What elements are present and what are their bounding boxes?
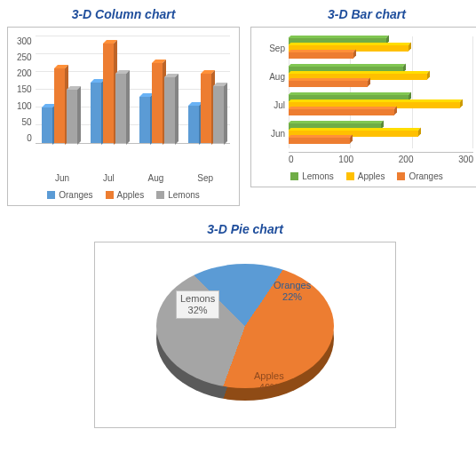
bar-ylabel: Jul bbox=[260, 100, 289, 110]
pie-label-name: Lemons bbox=[180, 293, 215, 304]
pie-label-apples: Apples 46% bbox=[254, 370, 284, 393]
pie-chart-title: 3-D Pie chart bbox=[94, 222, 396, 236]
legend-label: Apples bbox=[117, 190, 145, 200]
bar-plot-area: Sep Aug bbox=[260, 36, 473, 164]
pie-label-name: Apples bbox=[254, 370, 284, 381]
bar-chart-block: 3-D Bar chart Sep bbox=[250, 7, 476, 206]
pie-label-name: Oranges bbox=[274, 280, 311, 290]
ytick: 0 bbox=[17, 133, 32, 143]
column-y-axis: 300 250 200 150 100 50 0 bbox=[17, 36, 36, 143]
column-group-jul bbox=[91, 44, 126, 143]
xlabel: Sep bbox=[197, 173, 213, 183]
swatch-icon bbox=[290, 172, 298, 180]
gridline bbox=[36, 36, 230, 36]
hbar-oranges bbox=[289, 109, 394, 115]
bar-track bbox=[289, 36, 473, 60]
pie-label-pct: 46% bbox=[259, 382, 279, 393]
column-plot bbox=[36, 36, 230, 144]
bar-lemons bbox=[67, 90, 77, 143]
column-chart-block: 3-D Column chart 300 250 200 150 100 50 … bbox=[7, 7, 240, 206]
legend-item-oranges: Oranges bbox=[47, 190, 92, 200]
legend-item-lemons: Lemons bbox=[156, 190, 200, 200]
bar-chart-title: 3-D Bar chart bbox=[250, 7, 476, 21]
xtick: 0 bbox=[289, 155, 294, 164]
bar-apples bbox=[103, 44, 114, 143]
bar-lemons bbox=[164, 77, 175, 143]
pie-label-pct: 22% bbox=[282, 291, 302, 302]
bar-oranges bbox=[188, 106, 199, 143]
bar-oranges bbox=[91, 83, 101, 143]
top-row: 3-D Column chart 300 250 200 150 100 50 … bbox=[7, 7, 476, 206]
bar-chart-box: Sep Aug bbox=[250, 27, 476, 187]
hbar-oranges bbox=[289, 52, 353, 59]
bar-apples bbox=[54, 68, 65, 143]
hbar-oranges bbox=[289, 138, 350, 144]
xtick: 100 bbox=[338, 155, 353, 164]
swatch-icon bbox=[47, 191, 55, 199]
pie-plot: Lemons 32% Oranges 22% Apples 46% bbox=[130, 255, 361, 415]
ytick: 200 bbox=[17, 68, 32, 78]
bar-oranges bbox=[139, 97, 150, 143]
bar-row-jul: Jul bbox=[260, 93, 473, 116]
legend-label: Lemons bbox=[302, 171, 334, 181]
bar-legend: Lemons Apples Oranges bbox=[260, 171, 473, 181]
pie-label-lemons: Lemons 32% bbox=[176, 290, 219, 319]
pie-label-oranges: Oranges 22% bbox=[274, 280, 311, 303]
xlabel: Jul bbox=[103, 173, 115, 183]
bar-row-aug: Aug bbox=[260, 65, 473, 88]
column-legend: Oranges Apples Lemons bbox=[17, 190, 230, 200]
bar-lemons bbox=[213, 86, 224, 143]
column-group-jun bbox=[42, 68, 77, 143]
column-group-aug bbox=[139, 63, 175, 143]
bar-ylabel: Sep bbox=[260, 44, 289, 53]
ytick: 250 bbox=[17, 52, 32, 62]
legend-item-apples: Apples bbox=[106, 190, 145, 200]
legend-item-lemons: Lemons bbox=[290, 171, 334, 181]
bar-apples bbox=[152, 63, 163, 143]
swatch-icon bbox=[397, 172, 405, 180]
ytick: 50 bbox=[17, 117, 32, 127]
legend-label: Oranges bbox=[409, 171, 442, 181]
bar-apples bbox=[201, 74, 211, 143]
legend-item-apples: Apples bbox=[346, 171, 385, 181]
swatch-icon bbox=[156, 191, 164, 199]
column-chart-title: 3-D Column chart bbox=[7, 7, 240, 21]
bar-oranges bbox=[42, 107, 52, 143]
bar-lemons bbox=[115, 74, 126, 143]
legend-item-oranges: Oranges bbox=[397, 171, 442, 181]
gridline bbox=[36, 53, 230, 54]
legend-label: Apples bbox=[358, 171, 385, 181]
bar-row-sep: Sep bbox=[260, 36, 473, 60]
xlabel: Jun bbox=[55, 173, 69, 183]
bar-track bbox=[289, 122, 473, 145]
bar-ylabel: Jun bbox=[260, 129, 289, 139]
swatch-icon bbox=[346, 172, 354, 180]
column-group-sep bbox=[188, 74, 224, 143]
bar-track bbox=[289, 65, 473, 88]
ytick: 300 bbox=[17, 36, 32, 46]
bar-track bbox=[289, 93, 473, 116]
hbar-oranges bbox=[289, 81, 368, 87]
legend-label: Lemons bbox=[168, 190, 200, 200]
bar-rows: Sep Aug bbox=[260, 36, 473, 148]
column-chart-box: 300 250 200 150 100 50 0 bbox=[7, 27, 240, 206]
legend-label: Oranges bbox=[59, 190, 92, 200]
pie-label-pct: 32% bbox=[188, 305, 208, 315]
ytick: 150 bbox=[17, 84, 32, 94]
column-plot-area: 300 250 200 150 100 50 0 bbox=[17, 36, 230, 170]
swatch-icon bbox=[106, 191, 114, 199]
ytick: 100 bbox=[17, 101, 32, 111]
xlabel: Aug bbox=[148, 173, 164, 183]
xtick: 200 bbox=[399, 155, 414, 164]
bar-ylabel: Aug bbox=[260, 72, 289, 82]
pie-chart-box: Lemons 32% Oranges 22% Apples 46% bbox=[94, 242, 396, 428]
column-x-labels: Jun Jul Aug Sep bbox=[38, 173, 230, 183]
bar-x-axis: 0 100 200 300 bbox=[289, 152, 473, 164]
xtick: 300 bbox=[458, 155, 473, 164]
pie-chart-block: 3-D Pie chart Lemons 32% Oranges 22% App… bbox=[94, 222, 396, 428]
bar-row-jun: Jun bbox=[260, 122, 473, 145]
